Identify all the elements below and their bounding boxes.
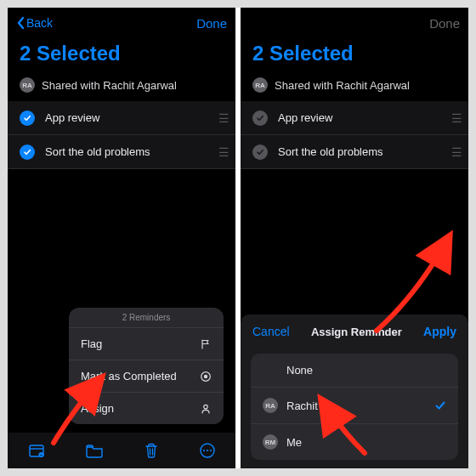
option-label: Rachit — [286, 400, 318, 412]
checkmark-icon — [434, 400, 446, 411]
page-title: 2 Selected — [241, 38, 468, 74]
back-label: Back — [26, 16, 53, 30]
menu-item-label: Mark as Completed — [81, 370, 177, 382]
calendar-icon[interactable]: + — [28, 443, 45, 458]
sheet-title: Assign Reminder — [311, 326, 402, 338]
svg-point-1 — [204, 374, 207, 377]
checkmark-icon[interactable] — [20, 144, 35, 160]
checkmark-icon[interactable] — [252, 144, 268, 160]
sheet-nav: Cancel Assign Reminder Apply — [241, 314, 468, 347]
list-item[interactable]: App review ☰ — [8, 101, 235, 135]
avatar: RA — [252, 77, 268, 93]
reminder-list: App review ☰ Sort the old problems ☰ — [241, 101, 468, 169]
back-button[interactable]: Back — [16, 16, 53, 30]
checkmark-icon[interactable] — [252, 110, 268, 126]
more-icon[interactable] — [199, 442, 216, 459]
phone-right: Done 2 Selected RA Shared with Rachit Ag… — [241, 8, 468, 468]
menu-item-label: Flag — [81, 337, 102, 350]
assignee-list: None RA Rachit RM Me — [251, 354, 458, 460]
reminder-list: App review ☰ Sort the old problems ☰ — [8, 101, 235, 169]
cancel-button[interactable]: Cancel — [252, 325, 290, 338]
avatar: RM — [263, 434, 278, 450]
list-item-label: Sort the old problems — [45, 145, 218, 158]
done-button[interactable]: Done — [196, 16, 227, 31]
circle-dot-icon — [200, 371, 212, 382]
shared-row: RA Shared with Rachit Agarwal — [241, 74, 468, 101]
page-title: 2 Selected — [8, 38, 235, 74]
person-icon — [200, 403, 212, 415]
assignee-option[interactable]: RA Rachit — [251, 388, 458, 424]
context-menu: 2 Reminders Flag Mark as Completed Assig… — [69, 308, 224, 424]
svg-point-2 — [204, 405, 208, 409]
svg-point-9 — [206, 450, 207, 451]
menu-header: 2 Reminders — [69, 308, 224, 328]
option-label: None — [286, 364, 313, 377]
done-button[interactable]: Done — [429, 16, 460, 31]
folder-icon[interactable] — [85, 443, 104, 458]
drag-handle-icon[interactable]: ☰ — [451, 111, 462, 125]
chevron-left-icon — [16, 16, 25, 30]
shared-text: Shared with Rachit Agarwal — [275, 79, 410, 92]
assignee-option-none[interactable]: None — [251, 354, 458, 388]
list-item[interactable]: Sort the old problems ☰ — [241, 135, 468, 169]
list-item-label: Sort the old problems — [278, 145, 451, 158]
screenshot-pair: Back Done 2 Selected RA Shared with Rach… — [8, 8, 468, 468]
phone-left: Back Done 2 Selected RA Shared with Rach… — [8, 8, 235, 468]
apply-button[interactable]: Apply — [423, 325, 456, 338]
shared-row: RA Shared with Rachit Agarwal — [8, 74, 235, 101]
nav-bar: Done — [241, 8, 468, 38]
avatar: RA — [20, 77, 35, 93]
drag-handle-icon[interactable]: ☰ — [451, 145, 462, 159]
svg-point-10 — [209, 450, 211, 451]
svg-text:+: + — [40, 452, 42, 457]
svg-point-8 — [202, 450, 204, 451]
avatar: RA — [263, 398, 278, 413]
drag-handle-icon[interactable]: ☰ — [218, 111, 229, 125]
nav-bar: Back Done — [8, 8, 235, 38]
list-item-label: App review — [45, 111, 218, 124]
list-item[interactable]: App review ☰ — [241, 101, 468, 135]
assignee-option[interactable]: RM Me — [251, 424, 458, 460]
menu-item-flag[interactable]: Flag — [69, 328, 224, 360]
flag-icon — [200, 338, 212, 350]
assign-sheet: Cancel Assign Reminder Apply None RA Rac… — [241, 314, 468, 468]
shared-text: Shared with Rachit Agarwal — [42, 79, 177, 92]
list-item-label: App review — [278, 111, 451, 124]
trash-icon[interactable] — [144, 442, 159, 459]
menu-item-complete[interactable]: Mark as Completed — [69, 360, 224, 393]
checkmark-icon[interactable] — [20, 110, 35, 126]
option-label: Me — [286, 436, 302, 449]
menu-item-label: Assign — [81, 402, 114, 415]
list-item[interactable]: Sort the old problems ☰ — [8, 135, 235, 169]
menu-item-assign[interactable]: Assign — [69, 393, 224, 424]
drag-handle-icon[interactable]: ☰ — [218, 145, 229, 159]
bottom-toolbar: + — [8, 433, 235, 468]
